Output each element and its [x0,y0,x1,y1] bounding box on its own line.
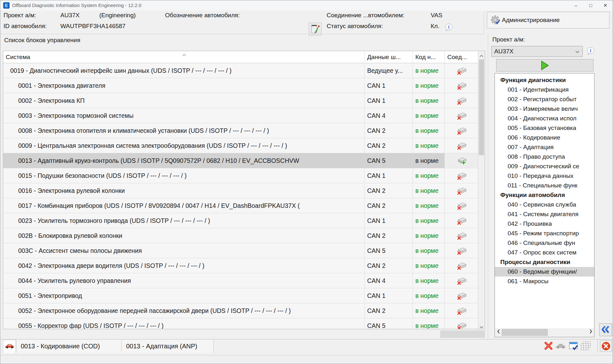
tree-item[interactable]: 061 - Макросы [495,277,594,286]
tree-item[interactable]: 045 - Режим транспортир [495,229,594,238]
table-row[interactable]: 0002 - Электроника КПCAN 1в норме [3,93,478,108]
tree-item[interactable]: 004 - Диагностика испол [495,114,594,123]
cell-connection[interactable] [445,288,478,303]
cell-system[interactable]: 0017 - Комбинация приборов (UDS / ISOTP … [3,198,365,213]
tree-item[interactable]: 003 - Измеряемые велич [495,104,594,114]
table-row[interactable]: 0055 - Корректор фар (UDS / ISOTP / --- … [3,318,478,329]
cell-connection[interactable] [445,63,478,78]
table-row[interactable]: 0042 - Электроника двери водителя (UDS /… [3,258,478,273]
cell-connection[interactable] [445,93,478,108]
table-view-button[interactable] [580,341,591,353]
table-scroll-thumb[interactable] [479,59,484,155]
cell-system[interactable]: 0052 - Электронное оборудование передней… [3,303,365,318]
cell-system[interactable]: 0051 - Электропривод [3,288,365,303]
minimize-button[interactable]: – [569,0,583,10]
cell-connection[interactable] [445,153,478,168]
cell-connection[interactable] [445,78,478,93]
table-row[interactable]: 0019 - Диагностический интерфейс шин дан… [3,63,478,78]
cell-system[interactable]: 0042 - Электроника двери водителя (UDS /… [3,258,365,273]
cell-connection[interactable] [445,243,478,258]
project-select[interactable]: AU37X [491,46,583,57]
column-header-bus-data[interactable]: Данные ш... [365,51,413,63]
table-row[interactable]: 0013 - Адаптивный круиз-контроль (UDS / … [3,153,478,168]
tree-horizontal-scrollbar[interactable] [495,328,594,337]
cell-system[interactable]: 0008 - Электроника отопителя и климатиче… [3,123,365,138]
cell-system[interactable]: 0013 - Адаптивный круиз-контроль (UDS / … [3,153,365,168]
sort-ascending-icon[interactable] [182,52,186,58]
tree-item[interactable]: 040 - Сервисная служба [495,200,594,209]
cell-system[interactable]: 0019 - Диагностический интерфейс шин дан… [3,63,365,78]
close-button[interactable]: ✕ [598,0,613,10]
cell-connection[interactable] [445,138,478,153]
table-row[interactable]: 0016 - Электроника рулевой колонкиCAN 2в… [3,183,478,198]
column-header-connection[interactable]: Соед... [445,51,478,63]
cell-system[interactable]: 003C - Ассистент смены полосы движения [3,243,365,258]
cell-connection[interactable] [445,183,478,198]
cell-system[interactable]: 0001 - Электроника двигателя [3,78,365,93]
administration-button[interactable]: Администрирование [487,12,609,28]
project-info-icon[interactable]: i [587,47,595,57]
tree-item[interactable]: 005 - Базовая установка [495,123,594,133]
cell-system[interactable]: 0003 - Электроника тормозной системы [3,108,365,123]
tree-scroll-left-icon[interactable] [496,329,501,336]
table-row[interactable]: 0017 - Комбинация приборов (UDS / ISOTP … [3,198,478,213]
tree-item[interactable]: 060 - Ведомые функции/ [495,267,594,277]
table-row[interactable]: 0003 - Электроника тормозной системыCAN … [3,108,478,123]
cell-connection[interactable] [445,258,478,273]
cell-system[interactable]: 002B - Блокировка рулевой колонки [3,228,365,243]
cell-connection[interactable] [445,198,478,213]
tree-item[interactable]: 042 - Прошивка [495,219,594,229]
cell-system[interactable]: 0015 - Подушки безопасности (UDS / ISOTP… [3,168,365,183]
cell-connection[interactable] [445,228,478,243]
table-row[interactable]: 003C - Ассистент смены полосы движенияCA… [3,243,478,258]
scroll-up-icon[interactable] [478,51,485,58]
tree-item[interactable]: 009 - Диагностический се [495,162,594,171]
start-function-button[interactable] [496,59,594,72]
vehicle-disconnect-button[interactable] [556,343,566,351]
table-vertical-scrollbar[interactable] [478,51,485,329]
cell-system[interactable]: 0055 - Корректор фар (UDS / ISOTP / --- … [3,318,365,329]
tab-adaptation[interactable]: 0013 - Адаптация (ANP) [122,340,214,353]
cell-connection[interactable] [445,108,478,123]
notes-button[interactable] [309,23,322,35]
collapse-sidebar-button[interactable] [599,323,612,336]
tree-item[interactable]: 007 - Адаптация [495,142,594,152]
table-row[interactable]: 0015 - Подушки безопасности (UDS / ISOTP… [3,168,478,183]
tree-item[interactable]: 001 - Идентификация [495,85,594,95]
scroll-down-icon[interactable] [478,322,485,329]
cell-system[interactable]: 0023 - Усилитель тормозного привода (UDS… [3,213,365,228]
tree-item[interactable]: 002 - Регистратор событ [495,95,594,104]
tree-item[interactable]: 008 - Право доступа [495,152,594,162]
tree-item[interactable]: 046 - Специальные фун [495,238,594,248]
table-row[interactable]: 0044 - Усилитель рулевого управленияCAN … [3,273,478,288]
confirm-window-button[interactable] [569,341,579,353]
maximize-button[interactable]: □ [583,0,598,10]
table-row[interactable]: 0051 - ЭлектроприводCAN 1в норме [3,288,478,303]
cell-system[interactable]: 0016 - Электроника рулевой колонки [3,183,365,198]
tree-scroll-thumb[interactable] [502,329,548,336]
table-horizontal-scroll-thumb[interactable] [440,330,485,338]
abort-button[interactable] [544,341,553,352]
cell-connection[interactable] [445,318,478,329]
vehicle-tab[interactable] [3,340,16,353]
tree-item[interactable]: 011 - Специальные функ [495,181,594,190]
cell-connection[interactable] [445,168,478,183]
tree-item[interactable]: 047 - Опрос всех систем [495,248,594,257]
table-row[interactable]: 0009 - Центральная электронная система э… [3,138,478,153]
cell-system[interactable]: 0044 - Усилитель рулевого управления [3,273,365,288]
cell-system[interactable]: 0009 - Центральная электронная система э… [3,138,365,153]
cell-connection[interactable] [445,273,478,288]
tree-scroll-right-icon[interactable] [588,329,594,336]
tree-item[interactable]: 006 - Кодирование [495,133,594,142]
cell-connection[interactable] [445,213,478,228]
column-header-fault-code[interactable]: Код н... [413,51,445,63]
exit-button[interactable] [600,340,612,352]
table-row[interactable]: 0008 - Электроника отопителя и климатиче… [3,123,478,138]
status-info-icon[interactable]: i [445,23,453,33]
tree-item[interactable]: 010 - Передача данных [495,171,594,181]
table-row[interactable]: 0023 - Усилитель тормозного привода (UDS… [3,213,478,228]
table-row[interactable]: 0052 - Электронное оборудование передней… [3,303,478,318]
cell-connection[interactable] [445,303,478,318]
cell-connection[interactable] [445,123,478,138]
table-row[interactable]: 002B - Блокировка рулевой колонкиCAN 2в … [3,228,478,243]
